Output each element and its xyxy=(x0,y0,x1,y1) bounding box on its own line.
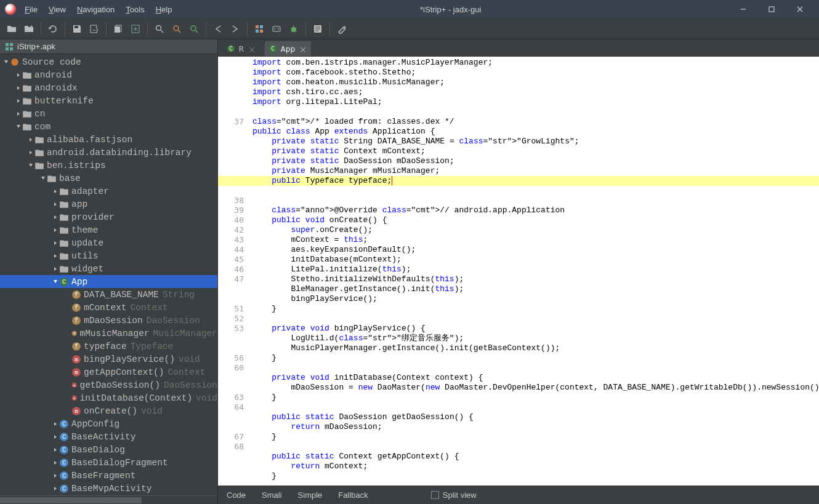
svg-point-6 xyxy=(156,25,161,30)
checkbox-icon[interactable] xyxy=(431,491,439,499)
tree-pkg-theme[interactable]: theme xyxy=(0,223,217,236)
search-class-button[interactable] xyxy=(169,21,185,37)
tree-root[interactable]: Source code xyxy=(0,55,217,68)
window-maximize-button[interactable] xyxy=(757,0,786,18)
window-minimize-button[interactable] xyxy=(729,0,757,18)
code-area[interactable]: import com.ben.istrips.manager.MusicPlay… xyxy=(248,57,819,486)
svg-text:C: C xyxy=(271,46,274,52)
tree-method[interactable]: mbingPlayService()void xyxy=(0,353,217,366)
tree-method[interactable]: minitDatabase(Context)void xyxy=(0,391,217,404)
tree-pkg-widget[interactable]: widget xyxy=(0,262,217,275)
package-icon xyxy=(22,70,32,80)
svg-rect-21 xyxy=(10,47,13,50)
package-icon xyxy=(22,96,32,106)
window-close-button[interactable] xyxy=(786,0,814,18)
tree-pkg-alibaba[interactable]: alibaba.fastjson xyxy=(0,133,217,146)
tree-class[interactable]: CAppConfig xyxy=(0,417,217,430)
deobfuscate-button[interactable] xyxy=(251,21,267,37)
tree-class[interactable]: CBaseMvpActivity xyxy=(0,482,217,495)
tree-pkg-utils[interactable]: utils xyxy=(0,249,217,262)
menu-navigation[interactable]: Navigation xyxy=(77,5,115,14)
tree-class-app[interactable]: CApp xyxy=(0,275,217,288)
tree-pkg-com[interactable]: com xyxy=(0,120,217,133)
tree-body[interactable]: Source code android androidx butterknife… xyxy=(0,54,217,495)
export-button[interactable] xyxy=(86,21,102,37)
svg-point-7 xyxy=(174,26,179,31)
add-files-button[interactable] xyxy=(21,21,37,37)
tree-class[interactable]: CBaseActivity xyxy=(0,430,217,443)
menu-help[interactable]: Help xyxy=(156,5,172,14)
tree-pkg-base[interactable]: base xyxy=(0,172,217,185)
debug-button[interactable] xyxy=(286,21,302,37)
svg-rect-10 xyxy=(260,25,263,28)
view-simple[interactable]: Simple xyxy=(298,490,323,500)
tree-field[interactable]: ftypefaceTypeface xyxy=(0,340,217,353)
log-button[interactable] xyxy=(310,21,326,37)
save-button[interactable] xyxy=(69,21,85,37)
package-icon xyxy=(47,174,57,183)
gradle-export-button[interactable] xyxy=(127,21,143,37)
tree-pkg-android[interactable]: android xyxy=(0,68,217,81)
method-icon: m xyxy=(71,406,81,416)
search-comment-button[interactable] xyxy=(186,21,202,37)
save-all-button[interactable] xyxy=(110,21,126,37)
close-icon[interactable] xyxy=(249,46,255,52)
menu-view[interactable]: View xyxy=(49,5,66,14)
tree-pkg-androidx[interactable]: androidx xyxy=(0,81,217,94)
tree-pkg-ben[interactable]: ben.istrips xyxy=(0,159,217,172)
tree-field[interactable]: fmContextContext xyxy=(0,301,217,314)
tree-pkg-provider[interactable]: provider xyxy=(0,210,217,223)
open-file-button[interactable] xyxy=(4,21,20,37)
tree-class[interactable]: CBaseDialog xyxy=(0,443,217,456)
class-icon: C xyxy=(59,471,69,481)
search-button[interactable] xyxy=(151,21,167,37)
tree-pkg-databinding[interactable]: android.databinding.library xyxy=(0,146,217,159)
svg-point-22 xyxy=(11,58,18,65)
tree-pkg-cn[interactable]: cn xyxy=(0,107,217,120)
view-fallback[interactable]: Fallback xyxy=(338,490,368,500)
split-view-checkbox[interactable]: Split view xyxy=(431,490,477,500)
tree-pkg-update[interactable]: update xyxy=(0,236,217,249)
tree-method[interactable]: mgetDaoSession()DaoSession xyxy=(0,378,217,391)
svg-text:m: m xyxy=(73,384,75,388)
view-smali[interactable]: Smali xyxy=(262,490,282,500)
preferences-button[interactable] xyxy=(334,21,350,37)
svg-point-8 xyxy=(191,26,196,31)
svg-rect-19 xyxy=(10,43,13,46)
hscroll-thumb[interactable] xyxy=(0,497,142,503)
tree-field[interactable]: fmMusicManagerMusicManager xyxy=(0,327,217,340)
tree-header[interactable]: iStrip+.apk xyxy=(0,39,217,54)
menu-tools[interactable]: Tools xyxy=(126,5,144,14)
tree-method[interactable]: mgetAppContext()Context xyxy=(0,366,217,378)
forward-button[interactable] xyxy=(227,21,243,37)
package-icon xyxy=(34,161,44,170)
tab-r[interactable]: C R xyxy=(223,41,260,56)
back-button[interactable] xyxy=(210,21,226,37)
code-editor[interactable]: 37383940424344454647515253566063646768 i… xyxy=(218,57,819,486)
menu-file[interactable]: File xyxy=(25,5,38,14)
svg-text:m: m xyxy=(75,369,78,376)
tree-hscroll[interactable] xyxy=(0,495,217,504)
tree-pkg-adapter[interactable]: adapter xyxy=(0,185,217,198)
tree-class[interactable]: CBaseDialogFragment xyxy=(0,456,217,469)
editor-tabs: C R C App xyxy=(218,39,819,57)
tree-pkg-butterknife[interactable]: butterknife xyxy=(0,94,217,107)
class-icon: C xyxy=(268,44,277,53)
tab-label: R xyxy=(239,44,244,54)
svg-text:C: C xyxy=(62,459,66,466)
reload-button[interactable] xyxy=(45,21,61,37)
tab-app[interactable]: C App xyxy=(265,41,311,56)
close-icon[interactable] xyxy=(300,46,306,52)
svg-rect-18 xyxy=(6,43,9,46)
svg-text:m: m xyxy=(75,356,78,363)
tree-field[interactable]: fDATA_BASE_NAMEString xyxy=(0,288,217,301)
window-title: *iStrip+ - jadx-gui xyxy=(172,5,729,14)
quark-button[interactable] xyxy=(268,21,284,37)
tree-pkg-app[interactable]: app xyxy=(0,198,217,210)
editor-bottom-bar: Code Smali Simple Fallback Split view xyxy=(218,486,819,504)
tree-field[interactable]: fmDaoSessionDaoSession xyxy=(0,314,217,327)
view-code[interactable]: Code xyxy=(227,490,246,500)
tree-method[interactable]: monCreate()void xyxy=(0,404,217,417)
tree-class[interactable]: CBaseFragment xyxy=(0,469,217,482)
menu-bar: File View Navigation Tools Help xyxy=(25,5,172,14)
